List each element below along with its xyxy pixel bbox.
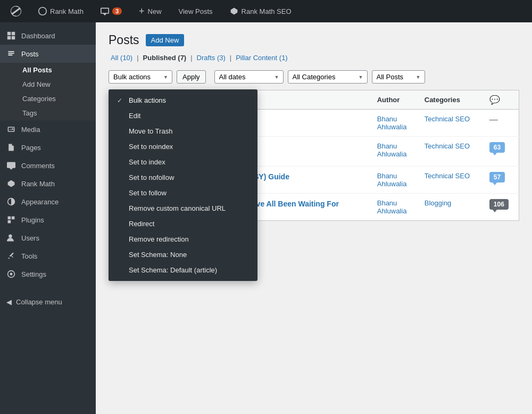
dropdown-item-canonical-label: Remove custom canonical URL bbox=[129, 204, 226, 212]
svg-rect-6 bbox=[12, 217, 15, 220]
comments-header-icon: 💬 bbox=[489, 95, 500, 104]
row2-comment-bubble[interactable]: 63 bbox=[489, 142, 505, 153]
svg-rect-1 bbox=[12, 32, 15, 35]
sidebar-item-plugins[interactable]: Plugins bbox=[0, 211, 96, 229]
apply-button[interactable]: Apply bbox=[177, 70, 206, 84]
all-dates-select[interactable]: All dates bbox=[214, 70, 284, 84]
check-icon: ✓ bbox=[117, 97, 124, 104]
all-dates-wrapper: All dates bbox=[214, 70, 284, 84]
dropdown-item-edit-label: Edit bbox=[129, 112, 140, 120]
svg-point-8 bbox=[9, 235, 12, 238]
all-categories-select[interactable]: All Categories bbox=[288, 70, 368, 84]
comments-button[interactable]: 3 bbox=[96, 0, 126, 22]
col-header-comments: 💬 bbox=[483, 90, 519, 110]
sidebar-item-settings[interactable]: Settings bbox=[0, 265, 96, 283]
sub-nav-all[interactable]: All (10) bbox=[109, 54, 135, 62]
sidebar-item-users-label: Users bbox=[21, 234, 39, 242]
sidebar-item-posts[interactable]: Posts bbox=[0, 45, 96, 63]
bulk-actions-select[interactable]: Bulk actions bbox=[109, 70, 172, 84]
tools-icon bbox=[6, 251, 16, 261]
sidebar-item-rank-math[interactable]: Rank Math bbox=[0, 175, 96, 193]
dropdown-item-follow[interactable]: Set to follow bbox=[109, 185, 257, 201]
collapse-label: Collapse menu bbox=[16, 298, 62, 306]
row2-category-link[interactable]: Technical SEO bbox=[425, 142, 470, 150]
row4-author-link[interactable]: BhanuAhluwalia bbox=[377, 199, 407, 215]
dropdown-item-noindex-label: Set to noindex bbox=[129, 143, 173, 151]
comments-icon bbox=[6, 161, 16, 170]
site-name-button[interactable]: Rank Math bbox=[34, 0, 88, 22]
row4-category-link[interactable]: Blogging bbox=[425, 199, 452, 207]
wp-logo-button[interactable] bbox=[6, 0, 26, 22]
row1-categories-cell: Technical SEO bbox=[418, 110, 483, 137]
dropdown-item-move-trash[interactable]: Move to Trash bbox=[109, 123, 257, 139]
comments-count-badge: 3 bbox=[112, 7, 122, 15]
row4-comment-bubble[interactable]: 106 bbox=[489, 199, 509, 210]
add-new-button[interactable]: Add New bbox=[146, 34, 185, 46]
sidebar-item-tools[interactable]: Tools bbox=[0, 247, 96, 265]
sub-nav-published[interactable]: Published (7) bbox=[141, 54, 189, 62]
main-content: Posts Add New All (10) | Published (7) |… bbox=[96, 22, 532, 414]
row3-comment-bubble[interactable]: 57 bbox=[489, 172, 505, 183]
sidebar-item-dashboard[interactable]: Dashboard bbox=[0, 27, 96, 45]
sidebar-item-pages[interactable]: Pages bbox=[0, 138, 96, 156]
row1-comments-cell: — bbox=[483, 110, 519, 137]
dropdown-item-remove-canonical[interactable]: Remove custom canonical URL bbox=[109, 201, 257, 216]
dropdown-item-edit[interactable]: Edit bbox=[109, 108, 257, 123]
all-posts-select[interactable]: All Posts bbox=[372, 70, 425, 84]
appearance-icon bbox=[6, 197, 16, 206]
row2-author-link[interactable]: BhanuAhluwalia bbox=[377, 142, 407, 158]
media-icon bbox=[6, 125, 16, 134]
new-label: New bbox=[148, 7, 162, 15]
sidebar-item-dashboard-label: Dashboard bbox=[21, 32, 55, 40]
bulk-actions-select-wrapper: Bulk actions bbox=[109, 70, 172, 84]
dropdown-item-redirect[interactable]: Redirect bbox=[109, 216, 257, 231]
dropdown-item-schema-none[interactable]: Set Schema: None bbox=[109, 247, 257, 262]
row4-categories-cell: Blogging bbox=[418, 193, 483, 220]
row3-author-link[interactable]: BhanuAhluwalia bbox=[377, 172, 407, 188]
row1-author-link[interactable]: BhanuAhluwalia bbox=[377, 115, 407, 131]
sidebar-item-media[interactable]: Media bbox=[0, 120, 96, 138]
dropdown-item-bulk-actions[interactable]: ✓ Bulk actions bbox=[109, 93, 257, 108]
dropdown-item-redirect-label: Redirect bbox=[129, 220, 154, 228]
sidebar-item-posts-label: Posts bbox=[21, 50, 39, 58]
dropdown-item-index[interactable]: Set to index bbox=[109, 154, 257, 170]
row3-categories-cell: Technical SEO bbox=[418, 166, 483, 193]
submenu-tags[interactable]: Tags bbox=[0, 106, 96, 120]
row1-author-cell: BhanuAhluwalia bbox=[371, 110, 418, 137]
submenu-categories[interactable]: Categories bbox=[0, 92, 96, 106]
sub-nav-drafts[interactable]: Drafts (3) bbox=[195, 54, 228, 62]
site-name: Rank Math bbox=[50, 7, 84, 15]
sidebar-item-pages-label: Pages bbox=[21, 144, 41, 152]
sidebar-item-users[interactable]: Users bbox=[0, 229, 96, 247]
sidebar-item-media-label: Media bbox=[21, 126, 40, 134]
dropdown-item-schema-default-label: Set Schema: Default (article) bbox=[129, 266, 217, 274]
sidebar-item-comments[interactable]: Comments bbox=[0, 156, 96, 175]
collapse-icon: ◀ bbox=[6, 298, 12, 306]
sidebar-item-appearance[interactable]: Appearance bbox=[0, 193, 96, 211]
dropdown-item-follow-label: Set to follow bbox=[129, 189, 167, 197]
sub-nav-pillar[interactable]: Pillar Content (1) bbox=[234, 54, 290, 62]
view-posts-button[interactable]: View Posts bbox=[174, 0, 217, 22]
filters-row: Bulk actions ✓ Bulk actions Edit bbox=[109, 70, 519, 84]
page-header: Posts Add New bbox=[109, 33, 519, 47]
row1-category-link[interactable]: Technical SEO bbox=[425, 115, 470, 123]
dropdown-item-schema-default[interactable]: Set Schema: Default (article) bbox=[109, 262, 257, 278]
rank-math-seo-button[interactable]: Rank Math SEO bbox=[226, 0, 296, 22]
page-title: Posts bbox=[109, 33, 139, 47]
submenu-all-posts[interactable]: All Posts bbox=[0, 63, 96, 77]
dropdown-item-noindex[interactable]: Set to noindex bbox=[109, 139, 257, 154]
rank-math-seo-label: Rank Math SEO bbox=[242, 7, 292, 15]
row3-author-cell: BhanuAhluwalia bbox=[371, 166, 418, 193]
row2-author-cell: BhanuAhluwalia bbox=[371, 137, 418, 167]
view-posts-label: View Posts bbox=[179, 7, 213, 15]
dropdown-item-nofollow[interactable]: Set to nofollow bbox=[109, 170, 257, 185]
collapse-menu-button[interactable]: ◀ Collapse menu bbox=[0, 294, 96, 310]
submenu-add-new[interactable]: Add New bbox=[0, 77, 96, 92]
dashboard-icon bbox=[6, 31, 16, 40]
row3-category-link[interactable]: Technical SEO bbox=[425, 172, 470, 180]
new-content-button[interactable]: + New bbox=[135, 0, 166, 22]
wp-layout: Dashboard Posts All Posts Add New Catego… bbox=[0, 22, 532, 414]
dropdown-item-remove-redirection[interactable]: Remove redirection bbox=[109, 231, 257, 247]
posts-icon bbox=[6, 49, 16, 59]
svg-point-9 bbox=[10, 273, 13, 276]
